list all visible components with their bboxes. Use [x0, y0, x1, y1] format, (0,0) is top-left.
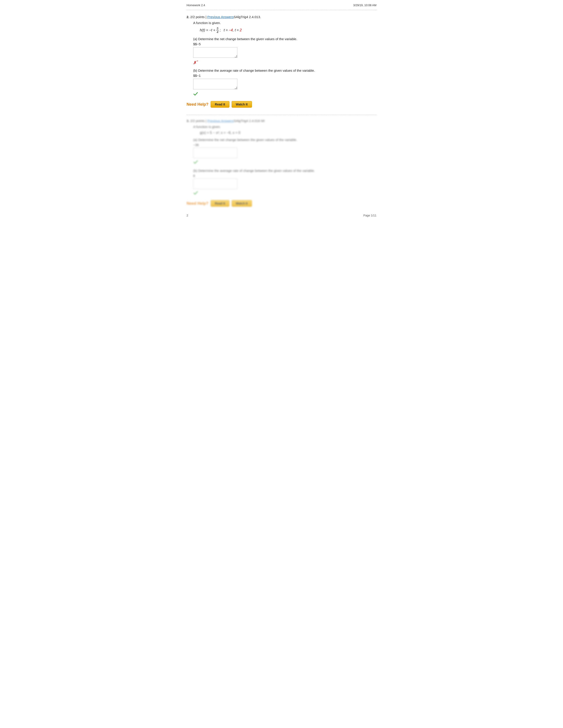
footer-bar: 2 Page 1/11 — [186, 212, 377, 218]
formula-comma: , t = — [233, 28, 240, 32]
footer-left-label: 2 — [186, 214, 188, 217]
problem-intro: A function is given. — [193, 21, 377, 25]
question-3-points: 2/2 points — [190, 119, 205, 123]
question-2-points: 2/2 points — [190, 15, 205, 19]
question-3-prev-answers: Previous Answers — [207, 119, 233, 123]
wrong-icon: ✗ — [193, 60, 197, 65]
question-3-part-a-label: (a) Determine the net change between the… — [193, 138, 377, 142]
part-a-answer-display: $$−5 — [193, 42, 377, 46]
question-2-number: 2. — [186, 15, 189, 19]
question-3-part-b-status — [193, 190, 377, 197]
question-3-need-help-label: Need Help? — [186, 201, 208, 206]
part-a-answer-box-container — [193, 47, 237, 58]
need-help-section: Need Help? Read It Watch It — [186, 101, 377, 108]
question-2-block: 2. 2/2 points | Previous AnswersSAlgTrig… — [186, 12, 377, 113]
question-2-course-code: SAlgTrig4 2.4.013. — [233, 15, 261, 19]
part-b-answer-box-container — [193, 79, 237, 89]
blurred-correct-icon-a — [193, 159, 198, 164]
part-b-resize-handle — [235, 87, 237, 89]
question-3-header: 3. 2/2 points | Previous AnswersSAlgTrig… — [186, 119, 377, 123]
fraction-5-4: 5 4 — [216, 27, 219, 34]
part-a-resize-handle — [235, 55, 237, 57]
part-b-answer-box-wrapper — [193, 79, 377, 90]
question-3-part-a-box — [193, 148, 237, 158]
question-3-need-help-section: Need Help? Read It Watch It — [186, 200, 377, 207]
middle-divider — [186, 115, 377, 115]
question-3-formula: g(x) = 5 − x²; x = −6, x = 0 — [200, 131, 377, 135]
part-a-answer-box-wrapper — [193, 47, 377, 58]
question-3-part-b-label: (b) Determine the average rate of change… — [193, 169, 377, 173]
formula-t-values: −4 — [229, 28, 233, 32]
question-3-part-a-status — [193, 159, 377, 166]
question-3-part-b-answer: 6 — [193, 174, 377, 178]
part-a-status-icon: ✗* — [193, 60, 377, 66]
formula-h: h(t) = −t + — [200, 28, 216, 32]
part-a-label: (a) Determine the net change between the… — [193, 37, 377, 41]
part-b-answer-display: $$−1 — [193, 74, 377, 77]
question-2-separator: | — [205, 15, 207, 19]
prev-answers-link[interactable]: Previous Answers — [207, 15, 233, 19]
math-formula: h(t) = −t + 5 4 ; t = −4, t = 2 — [200, 27, 377, 34]
formula-semicolon: ; t = — [220, 28, 229, 32]
blurred-correct-icon-b — [193, 190, 198, 195]
question-3-blurred: 3. 2/2 points | Previous AnswersSAlgTrig… — [186, 117, 377, 212]
question-3-read-it-button: Read It — [211, 200, 229, 207]
part-b-label: (b) Determine the average rate of change… — [193, 69, 377, 72]
page-title: Homework 2.4 — [186, 4, 205, 7]
question-3-number: 3. — [186, 119, 189, 123]
part-a-answer-input[interactable] — [193, 47, 237, 58]
header-bar: Homework 2.4 3/29/19, 10:08 AM — [186, 2, 377, 8]
question-3-watch-it-button: Watch It — [231, 200, 252, 207]
question-2-header: 2. 2/2 points | Previous AnswersSAlgTrig… — [186, 15, 377, 19]
part-b-status-icon — [193, 91, 377, 98]
correct-checkmark-icon — [193, 91, 198, 96]
asterisk: * — [197, 60, 198, 63]
timestamp: 3/29/19, 10:08 AM — [353, 4, 377, 7]
need-help-label: Need Help? — [186, 102, 208, 107]
question-3-part-a-answer: −36 — [193, 143, 377, 147]
page-number: Page 1/11 — [364, 214, 377, 217]
part-b-answer-input[interactable] — [193, 79, 237, 89]
formula-t2: 2 — [240, 28, 242, 32]
question-3-course-code: SAlgTrig4 2.4.016 MI — [233, 119, 264, 123]
question-3-intro: A function is given. — [193, 125, 377, 129]
read-it-button[interactable]: Read It — [211, 101, 229, 108]
watch-it-button[interactable]: Watch It — [231, 101, 252, 108]
question-3-part-b-box — [193, 178, 237, 189]
